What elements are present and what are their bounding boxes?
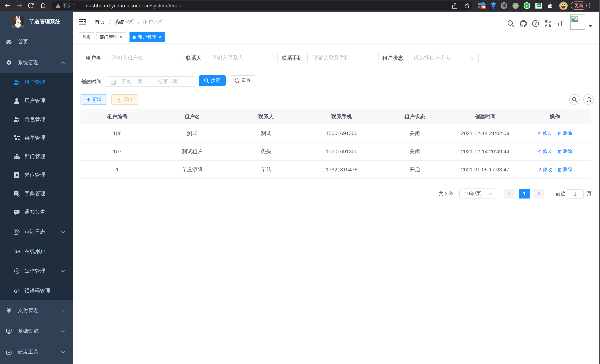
svg-text:?: ? [534,21,537,26]
